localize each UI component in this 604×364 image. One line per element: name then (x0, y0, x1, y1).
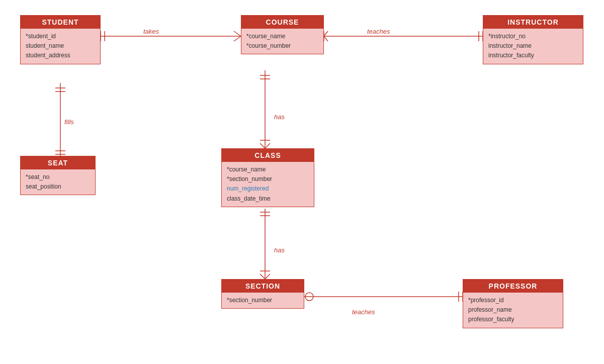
field-seat-no: *seat_no (26, 172, 90, 182)
field-class-section-number: *section_number (227, 174, 309, 184)
field-section-number: *section_number (227, 296, 299, 305)
label-teaches-section-professor: teaches (352, 308, 375, 316)
entity-course-header: COURSE (241, 16, 323, 29)
field-student-name: student_name (26, 41, 95, 51)
svg-line-24 (265, 274, 270, 279)
field-class-date-time: class_date_time (227, 194, 309, 204)
entity-student: STUDENT *student_id student_name student… (20, 15, 101, 64)
field-student-id: *student_id (26, 32, 95, 41)
entity-section-header: SECTION (222, 280, 304, 293)
svg-line-7 (324, 31, 328, 36)
entity-professor: PROFESSOR *professor_id professor_name p… (463, 279, 563, 328)
label-takes: takes (143, 28, 159, 35)
field-instructor-no: *instructor_no (488, 32, 578, 41)
field-professor-name: professor_name (468, 305, 558, 315)
field-student-address: student_address (26, 51, 95, 60)
svg-line-8 (324, 36, 328, 41)
entity-class-body: *course_name *section_number num_registe… (222, 162, 314, 207)
svg-line-2 (234, 36, 241, 41)
svg-point-29 (305, 293, 313, 301)
field-instructor-faculty: instructor_faculty (488, 51, 578, 60)
svg-line-23 (260, 274, 265, 279)
entity-seat-header: SEAT (21, 156, 95, 169)
entity-seat: SEAT *seat_no seat_position (20, 156, 96, 195)
entity-class: CLASS *course_name *section_number num_r… (221, 148, 314, 207)
entity-section-body: *section_number (222, 293, 304, 308)
field-class-course-name: *course_name (227, 165, 309, 174)
entity-instructor-header: INSTRUCTOR (483, 16, 583, 29)
entity-professor-header: PROFESSOR (463, 280, 563, 293)
label-has-course-class: has (274, 113, 285, 121)
label-has-class-section: has (274, 246, 285, 254)
label-fills: fills (64, 118, 74, 126)
entity-professor-body: *professor_id professor_name professor_f… (463, 293, 563, 328)
entity-course-body: *course_name *course_number (241, 29, 323, 54)
field-course-name: *course_name (246, 32, 318, 41)
entity-section: SECTION *section_number (221, 279, 304, 309)
field-professor-faculty: professor_faculty (468, 315, 558, 324)
field-seat-position: seat_position (26, 182, 90, 192)
svg-line-1 (234, 31, 241, 36)
entity-student-body: *student_id student_name student_address (21, 29, 100, 64)
svg-line-19 (260, 143, 265, 148)
field-course-number: *course_number (246, 41, 318, 51)
entity-course: COURSE *course_name *course_number (241, 15, 324, 54)
entity-instructor: INSTRUCTOR *instructor_no instructor_nam… (483, 15, 583, 64)
entity-seat-body: *seat_no seat_position (21, 169, 95, 195)
label-teaches-instructor: teaches (367, 28, 390, 35)
entity-class-header: CLASS (222, 149, 314, 162)
svg-line-20 (265, 143, 270, 148)
field-instructor-name: instructor_name (488, 41, 578, 51)
field-professor-id: *professor_id (468, 296, 558, 305)
entity-student-header: STUDENT (21, 16, 100, 29)
entity-instructor-body: *instructor_no instructor_name instructo… (483, 29, 583, 64)
field-class-num-registered: num_registered (227, 184, 309, 194)
diagram: takes teaches fills has has teaches STUD… (0, 0, 604, 364)
